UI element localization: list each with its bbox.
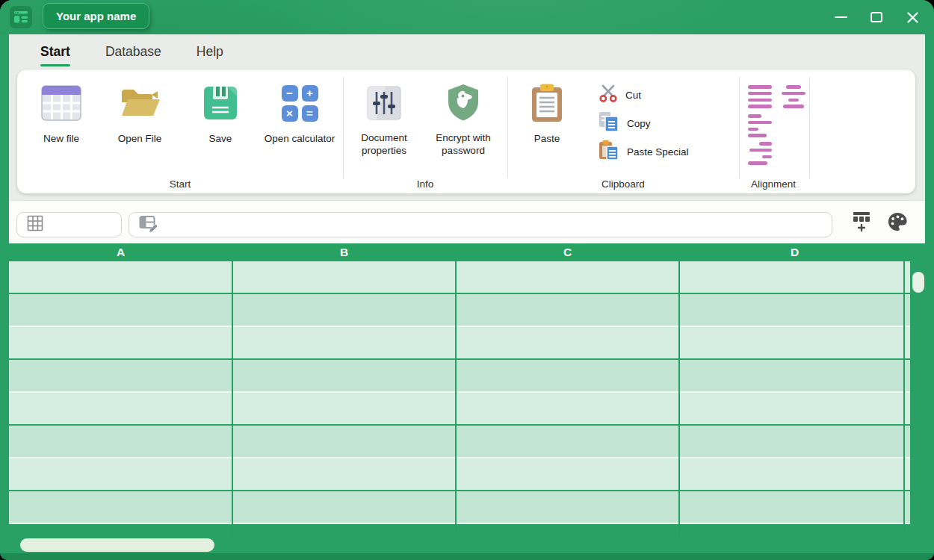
align-left-icon[interactable] (748, 114, 772, 137)
align-center-icon[interactable] (782, 85, 805, 108)
group-label-alignment: Alignment (729, 178, 818, 190)
encrypt-with-password-label: Encrypt with password (427, 131, 499, 157)
new-file-label: New file (43, 132, 79, 145)
copy-icon (599, 111, 619, 135)
table-card-glyph (14, 11, 28, 24)
grid-row[interactable] (9, 426, 910, 458)
floppy-disk-icon (179, 81, 262, 125)
app-logo-icon (10, 6, 32, 28)
save-label: Save (209, 132, 232, 145)
table-plus-icon (852, 211, 871, 236)
grid-row[interactable] (9, 360, 910, 393)
calculator-icon: − + × = (259, 81, 341, 125)
paste-button[interactable]: Paste (506, 81, 588, 145)
window-controls (828, 4, 925, 31)
horizontal-scrollbar-thumb[interactable] (20, 538, 214, 552)
column-header-b[interactable]: B (232, 243, 456, 261)
grid-row[interactable] (9, 458, 910, 491)
close-button[interactable] (900, 4, 925, 31)
column-header-c[interactable]: C (456, 243, 679, 261)
maximize-button[interactable] (864, 4, 889, 31)
formula-bar-tools (850, 211, 909, 235)
open-calculator-button[interactable]: − + × = Open calculator (259, 81, 341, 145)
shield-dog-icon (422, 81, 504, 125)
formula-input-box[interactable] (129, 212, 832, 237)
paste-label: Paste (534, 132, 560, 145)
palette-icon (888, 212, 908, 234)
grid-row[interactable] (9, 294, 910, 327)
copy-button[interactable]: Copy (599, 113, 755, 134)
group-label-clipboard: Clipboard (578, 178, 668, 190)
save-button[interactable]: Save (179, 81, 262, 145)
new-file-table-icon (20, 81, 102, 125)
document-properties-button[interactable]: Document properties (343, 81, 425, 157)
column-gridline (903, 261, 905, 536)
tab-help[interactable]: Help (197, 34, 223, 69)
calc-minus-key: − (282, 85, 298, 102)
column-gridline (232, 261, 233, 536)
document-properties-label: Document properties (348, 131, 420, 157)
column-gridline (455, 261, 457, 536)
open-file-button[interactable]: Open File (99, 81, 181, 145)
paste-special-icon (599, 140, 619, 164)
grid-row[interactable] (9, 393, 910, 426)
spreadsheet: A B C D (9, 243, 910, 536)
column-headers: A B C D (9, 243, 910, 261)
app-title-badge: Your app name (43, 3, 149, 29)
cell-reference-box[interactable] (16, 212, 122, 237)
ribbon-area: New file Open File (9, 69, 925, 200)
grid-row[interactable] (9, 327, 910, 360)
group-separator (809, 77, 810, 178)
column-header-d[interactable]: D (679, 243, 910, 261)
tab-start[interactable]: Start (40, 34, 70, 69)
sliders-icon (343, 81, 425, 125)
scissors-icon (599, 84, 618, 106)
paste-special-label: Paste Special (627, 146, 689, 158)
calc-equals-key: = (302, 105, 318, 122)
clipboard-icon (506, 81, 588, 125)
new-file-button[interactable]: New file (20, 81, 102, 145)
copy-label: Copy (627, 117, 651, 130)
column-gridline (678, 261, 680, 536)
titlebar: Your app name (0, 0, 934, 34)
grid-row[interactable] (9, 261, 910, 294)
window-bottom-edge (0, 553, 934, 560)
theme-color-button[interactable] (886, 211, 909, 235)
encrypt-with-password-button[interactable]: Encrypt with password (422, 81, 504, 157)
grid-cells-icon (27, 215, 43, 234)
grid-row[interactable] (9, 491, 910, 524)
edit-table-icon (139, 214, 160, 235)
formula-input[interactable] (166, 213, 832, 237)
open-folder-icon (99, 81, 181, 125)
vertical-scrollbar-thumb[interactable] (912, 272, 924, 293)
tab-database[interactable]: Database (105, 34, 161, 69)
grid-body[interactable] (9, 261, 910, 536)
column-header-a[interactable]: A (9, 243, 232, 261)
menu-bar: Start Database Help (9, 34, 925, 69)
open-file-label: Open File (118, 132, 162, 145)
group-label-start: Start (135, 178, 225, 190)
app-window: Your app name Start Database Help (0, 0, 934, 560)
align-right-icon[interactable] (748, 142, 772, 165)
insert-table-row-button[interactable] (850, 211, 873, 235)
minimize-button[interactable] (828, 4, 853, 31)
ribbon-panel: New file Open File (16, 69, 916, 194)
close-icon (906, 11, 919, 24)
cut-button[interactable]: Cut (599, 84, 755, 105)
group-label-info: Info (380, 178, 470, 190)
paste-special-button[interactable]: Paste Special (599, 141, 755, 162)
formula-bar (9, 200, 925, 243)
align-justify-icon[interactable] (748, 85, 772, 108)
cut-label: Cut (625, 89, 641, 102)
calc-plus-key: + (302, 85, 318, 102)
calc-multiply-key: × (282, 105, 298, 122)
open-calculator-label: Open calculator (265, 132, 335, 145)
